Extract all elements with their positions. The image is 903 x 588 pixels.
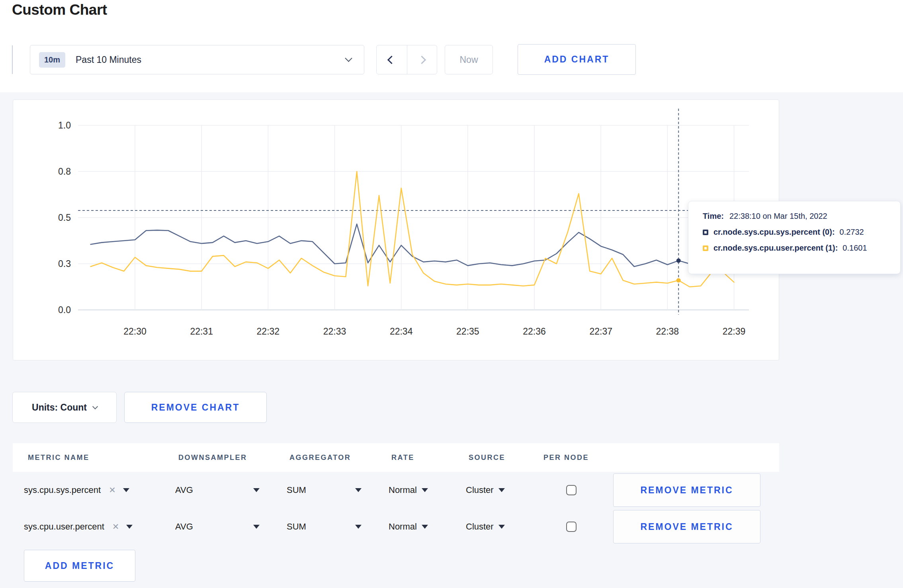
chart-tooltip: Time: 22:38:10 on Mar 15th, 2022 cr.node… (688, 201, 901, 274)
series-swatch-icon (703, 230, 708, 235)
clear-metric-icon[interactable]: ✕ (112, 522, 119, 532)
col-source: SOURCE (469, 443, 505, 472)
caret-down-icon (355, 488, 362, 492)
downsampler-value: AVG (175, 485, 193, 495)
metric-row: sys.cpu.user.percent ✕ AVG SUM Normal Cl… (13, 508, 779, 545)
downsampler-value: AVG (175, 522, 193, 532)
step-forward-button[interactable] (407, 45, 437, 74)
chart-panel: 0.00.30.50.81.022:3022:3122:3222:3322:34… (13, 99, 779, 360)
timeseries-chart[interactable]: 0.00.30.50.81.022:3022:3122:3222:3322:34… (13, 100, 779, 360)
caret-down-icon (498, 525, 505, 529)
col-per-node: PER NODE (543, 443, 589, 472)
col-downsampler: DOWNSAMPLER (178, 443, 247, 472)
caret-down-icon (126, 525, 133, 529)
caret-down-icon (422, 525, 428, 529)
step-back-button[interactable] (377, 45, 407, 74)
tooltip-series-label: cr.node.sys.cpu.sys.percent (0): (713, 228, 835, 237)
clear-metric-icon[interactable]: ✕ (109, 485, 116, 495)
svg-text:22:36: 22:36 (523, 326, 546, 337)
time-range-dropdown[interactable]: 10m Past 10 Minutes (30, 45, 364, 74)
caret-down-icon (253, 525, 260, 529)
time-step-buttons (376, 45, 437, 74)
tooltip-time-label: Time: (703, 212, 724, 221)
caret-down-icon (123, 488, 129, 492)
svg-text:22:35: 22:35 (456, 326, 479, 337)
aggregator-dropdown[interactable]: SUM (287, 472, 362, 508)
aggregator-dropdown[interactable]: SUM (287, 508, 362, 545)
units-label: Units: Count (32, 402, 87, 413)
chevron-right-icon (418, 55, 426, 64)
svg-text:22:38: 22:38 (656, 326, 679, 337)
now-button[interactable]: Now (445, 45, 493, 74)
remove-chart-button[interactable]: REMOVE CHART (124, 392, 267, 423)
downsampler-dropdown[interactable]: AVG (175, 472, 260, 508)
tooltip-time-value: 22:38:10 on Mar 15th, 2022 (729, 212, 827, 221)
chevron-left-icon (387, 55, 396, 64)
svg-text:0.5: 0.5 (58, 212, 71, 223)
svg-text:22:31: 22:31 (190, 326, 213, 337)
svg-text:22:33: 22:33 (323, 326, 346, 337)
downsampler-dropdown[interactable]: AVG (175, 508, 260, 545)
caret-down-icon (253, 488, 260, 492)
source-value: Cluster (466, 522, 494, 532)
metric-name-value: sys.cpu.sys.percent (24, 485, 101, 495)
metric-row: sys.cpu.sys.percent ✕ AVG SUM Normal Clu… (13, 472, 779, 508)
svg-text:0.3: 0.3 (58, 259, 71, 269)
source-dropdown[interactable]: Cluster (466, 472, 505, 508)
svg-text:0.8: 0.8 (58, 166, 71, 177)
svg-text:1.0: 1.0 (58, 120, 71, 130)
rate-dropdown[interactable]: Normal (389, 508, 428, 545)
chevron-down-icon (92, 404, 98, 409)
remove-metric-button[interactable]: REMOVE METRIC (613, 473, 760, 507)
chevron-down-icon (345, 55, 352, 62)
time-window-label: Past 10 Minutes (76, 55, 141, 65)
page-title: Custom Chart (12, 2, 107, 18)
svg-text:22:30: 22:30 (123, 326, 147, 337)
tooltip-series-value: 0.2732 (840, 228, 864, 237)
page-header: Custom Chart 10m Past 10 Minutes Now ADD… (0, 0, 903, 92)
svg-text:22:32: 22:32 (257, 326, 280, 337)
caret-down-icon (498, 488, 505, 492)
svg-text:22:39: 22:39 (723, 326, 746, 337)
toolbar-divider (12, 45, 13, 74)
tooltip-series-label: cr.node.sys.cpu.user.percent (1): (713, 243, 838, 253)
tooltip-series-value: 0.1601 (842, 243, 867, 253)
svg-text:0.0: 0.0 (58, 305, 71, 315)
metric-name-value: sys.cpu.user.percent (24, 522, 104, 532)
col-metric-name: METRIC NAME (28, 443, 90, 472)
col-rate: RATE (391, 443, 414, 472)
aggregator-value: SUM (287, 522, 306, 532)
caret-down-icon (355, 525, 362, 529)
source-value: Cluster (466, 485, 494, 495)
svg-text:22:37: 22:37 (589, 326, 612, 337)
metrics-table-header: METRIC NAME DOWNSAMPLER AGGREGATOR RATE … (13, 443, 779, 472)
metric-name-dropdown[interactable]: sys.cpu.user.percent ✕ (24, 508, 133, 545)
units-dropdown[interactable]: Units: Count (12, 392, 117, 423)
time-window-badge: 10m (39, 52, 65, 68)
rate-dropdown[interactable]: Normal (389, 472, 428, 508)
caret-down-icon (422, 488, 428, 492)
add-metric-button[interactable]: ADD METRIC (24, 550, 135, 582)
rate-value: Normal (389, 485, 417, 495)
col-aggregator: AGGREGATOR (289, 443, 351, 472)
aggregator-value: SUM (287, 485, 306, 495)
rate-value: Normal (389, 522, 417, 532)
per-node-checkbox[interactable] (566, 485, 577, 495)
metric-name-dropdown[interactable]: sys.cpu.sys.percent ✕ (24, 472, 129, 508)
svg-text:22:34: 22:34 (390, 326, 413, 337)
add-chart-button[interactable]: ADD CHART (518, 44, 636, 75)
source-dropdown[interactable]: Cluster (466, 508, 505, 545)
remove-metric-button[interactable]: REMOVE METRIC (613, 510, 760, 543)
per-node-checkbox[interactable] (566, 522, 577, 532)
series-swatch-icon (703, 245, 708, 251)
